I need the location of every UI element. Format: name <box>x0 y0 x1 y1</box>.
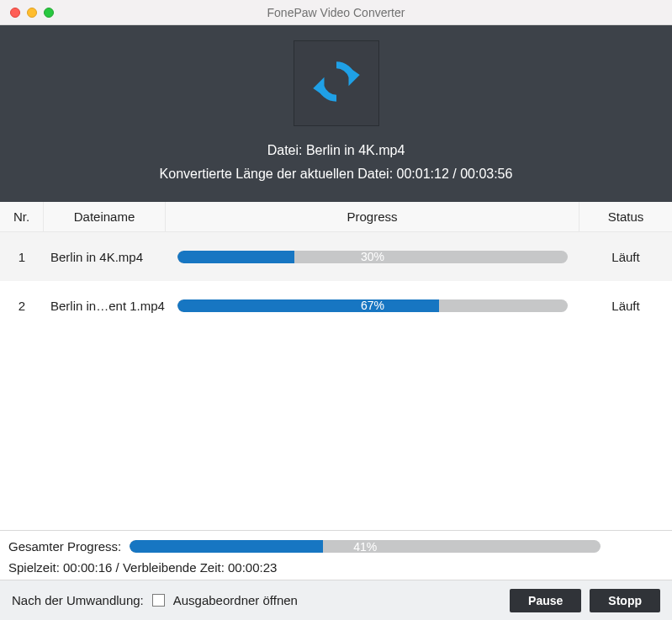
table-row[interactable]: 2 Berlin in…ent 1.mp4 67% Läuft <box>0 281 672 330</box>
col-header-progress: Progress <box>166 202 579 231</box>
stop-button[interactable]: Stopp <box>590 589 660 612</box>
after-conversion-label: Nach der Umwandlung: <box>12 593 144 607</box>
progress-bar: 67% <box>177 299 568 312</box>
current-length-label: Konvertierte Länge der aktuellen Datei: … <box>160 167 513 182</box>
row-progress: 67% <box>166 299 579 312</box>
window-title: FonePaw Video Converter <box>0 6 672 19</box>
footer-bar: Nach der Umwandlung: Ausgabeordner öffne… <box>0 580 672 620</box>
row-filename: Berlin in…ent 1.mp4 <box>44 299 166 313</box>
row-filename: Berlin in 4K.mp4 <box>44 250 166 264</box>
total-progress-bar: 41% <box>130 540 601 553</box>
progress-bar: 30% <box>177 251 568 263</box>
svg-marker-0 <box>348 67 359 86</box>
hero-panel: Datei: Berlin in 4K.mp4 Konvertierte Län… <box>0 25 672 202</box>
summary-panel: Gesamter Progress: 41% Spielzeit: 00:00:… <box>0 530 672 580</box>
open-folder-checkbox[interactable] <box>152 594 165 607</box>
row-number: 1 <box>0 250 44 264</box>
table-header: Nr. Dateiname Progress Status <box>0 202 672 232</box>
time-remaining-label: Spielzeit: 00:00:16 / Verbleibende Zeit:… <box>8 560 664 575</box>
titlebar: FonePaw Video Converter <box>0 0 672 25</box>
progress-label: 67% <box>177 299 568 312</box>
convert-icon-box <box>294 40 379 126</box>
table-body: 1 Berlin in 4K.mp4 30% Läuft 2 Berlin in… <box>0 232 672 530</box>
table-row[interactable]: 1 Berlin in 4K.mp4 30% Läuft <box>0 232 672 281</box>
pause-button[interactable]: Pause <box>510 589 581 612</box>
col-header-nr: Nr. <box>0 202 44 231</box>
total-progress-value: 41% <box>130 540 601 553</box>
current-file-label: Datei: Berlin in 4K.mp4 <box>267 143 405 158</box>
row-number: 2 <box>0 299 44 313</box>
convert-icon <box>309 54 364 113</box>
open-folder-label: Ausgabeordner öffnen <box>173 593 298 607</box>
row-status: Läuft <box>579 299 672 313</box>
col-header-status: Status <box>579 202 672 231</box>
progress-label: 30% <box>177 251 568 263</box>
row-progress: 30% <box>166 251 579 263</box>
svg-marker-1 <box>313 77 324 96</box>
total-progress-label: Gesamter Progress: <box>8 539 121 554</box>
col-header-name: Dateiname <box>44 202 166 231</box>
row-status: Läuft <box>579 250 672 264</box>
total-progress-row: Gesamter Progress: 41% <box>8 539 664 554</box>
